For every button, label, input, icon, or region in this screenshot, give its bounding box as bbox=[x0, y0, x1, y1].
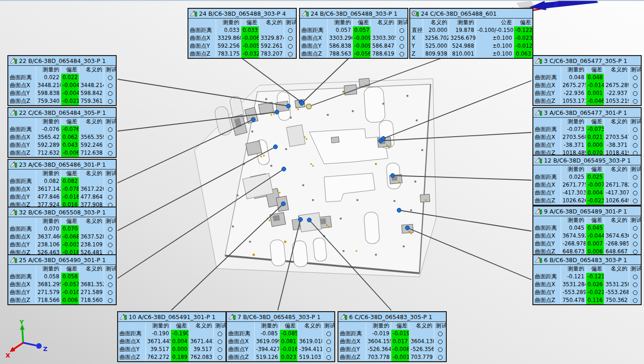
measurement-callout-t8[interactable]: 24 C/C6-38D_065488_601名义的测量的公差偏差直径20.000… bbox=[409, 8, 533, 59]
test-circle bbox=[396, 34, 407, 42]
deviation-value: 0.004 bbox=[171, 338, 189, 345]
callout-title-bar: 12 B/C6-38D_065495_303-P 1 bbox=[533, 156, 641, 165]
measured-value: -38.371 bbox=[561, 141, 586, 149]
row-label: 曲面距离 bbox=[533, 74, 561, 82]
measured-value: -268.978 bbox=[561, 240, 586, 248]
header-deviation: 偏差 bbox=[586, 165, 604, 173]
header-measured: 测量的 bbox=[366, 322, 391, 330]
circle-feature-icon bbox=[412, 10, 419, 17]
nominal-value: 783.207 bbox=[259, 50, 284, 58]
measured-point-t11[interactable] bbox=[391, 174, 395, 178]
test-circle bbox=[434, 345, 446, 353]
header-blank bbox=[533, 165, 561, 173]
measured-point-t14[interactable] bbox=[281, 202, 286, 206]
measured-value: 0.058 bbox=[36, 273, 61, 281]
measurement-callout-t9[interactable]: 3 C/C6-38D_065477_305-P 1测量的偏差名义的测试曲面距离0… bbox=[532, 55, 642, 106]
measurement-callout-t5[interactable]: 25 A/C6-38D_065490_301-P 1测量的偏差名义的测试曲面距离… bbox=[7, 254, 117, 305]
measured-point-t15[interactable] bbox=[299, 218, 303, 222]
measured-point-t13[interactable] bbox=[406, 226, 410, 230]
measurement-callout-t3[interactable]: 23 A/C6-38D_065486_301-P 1测量的偏差名义的测试曲面距离… bbox=[7, 159, 117, 210]
measured-value: 3674.592 bbox=[561, 232, 586, 240]
measurement-callout-t2[interactable]: 22 C/C6-38D_065484_305-P 1测量的偏差名义的测试曲面距离… bbox=[7, 107, 117, 158]
nominal-value: 712.638 bbox=[79, 149, 104, 157]
measurement-callout-t4[interactable]: 32 B/C6-38D_065508_303-P 1测量的偏差名义的测试曲面距离… bbox=[7, 207, 117, 257]
measured-point-t16[interactable] bbox=[307, 218, 312, 222]
callout-table: 名义的测量的公差偏差直径20.00019.878-0.100/-0.150-0.… bbox=[410, 19, 532, 58]
callout-table: 测量的偏差名义的测试曲面距离0.0220.022曲面点X3448.210-0.0… bbox=[8, 66, 116, 105]
deviation-value: -0.009 bbox=[353, 34, 371, 42]
header-nominal: 名义的 bbox=[79, 169, 104, 177]
measured-value: 598.838 bbox=[36, 89, 61, 97]
nominal-value: 519.103 bbox=[298, 353, 323, 361]
nominal-value bbox=[79, 126, 104, 133]
measured-point-t7[interactable] bbox=[300, 101, 304, 106]
test-circle bbox=[323, 338, 334, 345]
nominal-value bbox=[604, 224, 629, 232]
deviation-value: 0.057 bbox=[353, 26, 371, 34]
deviation-value: 0.189 bbox=[171, 353, 189, 361]
measured-point-t5[interactable] bbox=[282, 167, 286, 171]
deviation-value: 0.023 bbox=[280, 353, 298, 361]
callout-table: 测量的偏差名义的测试曲面距离0.0250.025曲面点X2671.775-0.0… bbox=[533, 165, 641, 205]
callout-title-bar: 10 A/C6-38D_065491_301-P 1 bbox=[118, 312, 225, 322]
header-nominal: 名义的 bbox=[604, 66, 629, 74]
deviation-value: -0.190 bbox=[171, 330, 189, 338]
header-deviation: 偏差 bbox=[353, 19, 371, 26]
measured-value: -22.936 bbox=[561, 89, 586, 97]
nominal-value: 809.938 bbox=[423, 50, 449, 58]
measured-point-t2[interactable] bbox=[275, 110, 279, 114]
measurement-callout-t16[interactable]: 6 C/C6-38D_065483_305-P 1测量的偏差名义的测试曲面距离-… bbox=[338, 311, 447, 362]
test-circle bbox=[104, 225, 116, 233]
row-label: 直径 bbox=[410, 26, 423, 34]
model-plate bbox=[194, 78, 436, 277]
measurement-callout-t7[interactable]: 24 B/C6-38D_065488_303-P 1测量的偏差名义的测试曲面距离… bbox=[299, 8, 408, 59]
measurement-callout-t6[interactable]: 24 B/C6-38D_065488_303-P 4测量的偏差名义的测试曲面距离… bbox=[188, 8, 297, 59]
callout-title: 32 B/C6-38D_065508_303-P 1 bbox=[19, 209, 106, 216]
header-measured: 测量的 bbox=[36, 265, 61, 273]
axis-x-label: X bbox=[6, 352, 10, 359]
measurement-callout-t12[interactable]: 9 A/C6-38D_065489_301-P 1测量的偏差名义的测试曲面距离0… bbox=[532, 206, 642, 257]
header-measured: 测量的 bbox=[36, 118, 61, 126]
header-blank bbox=[300, 19, 328, 26]
row-label: 曲面点Z bbox=[8, 296, 36, 304]
measurement-callout-t1[interactable]: 22 B/C6-38D_065484_303-P 1测量的偏差名义的测试曲面距离… bbox=[7, 55, 117, 106]
axis-y-label: Y bbox=[19, 319, 24, 326]
nominal-value: 762.083 bbox=[189, 353, 214, 361]
nominal-value: 3303.305 bbox=[371, 34, 396, 42]
deviation-value: -0.121 bbox=[586, 273, 604, 281]
measured-point-t4[interactable] bbox=[274, 145, 278, 149]
measured-value: 592.289 bbox=[36, 141, 61, 149]
callout-title: 7 B/C6-38D_065485_303-P 1 bbox=[238, 314, 321, 320]
header-blank bbox=[8, 169, 36, 177]
callout-title-bar: 24 C/C6-38D_065488_601 bbox=[410, 9, 532, 19]
measurement-callout-t13[interactable]: 6 B/C6-38D_065483_303-P 1测量的偏差名义的测试曲面距离-… bbox=[532, 254, 642, 305]
header-deviation: 偏差 bbox=[586, 216, 604, 224]
measured-point-t10[interactable] bbox=[379, 139, 383, 143]
test-circle bbox=[396, 50, 407, 58]
measured-point-t3[interactable] bbox=[251, 118, 256, 122]
measured-value: 750.478 bbox=[561, 296, 586, 304]
test-circle bbox=[104, 74, 116, 82]
measurement-callout-t15[interactable]: 7 B/C6-38D_065485_303-P 1测量的偏差名义的测试曲面距离-… bbox=[226, 311, 335, 362]
measured-hole-t8[interactable] bbox=[306, 104, 312, 109]
row-label: 曲面距离 bbox=[8, 126, 36, 133]
header-test: 测试 bbox=[434, 322, 446, 330]
test-circle bbox=[434, 330, 446, 338]
measurement-callout-t11[interactable]: 12 B/C6-38D_065495_303-P 1测量的偏差名义的测试曲面距离… bbox=[532, 155, 642, 206]
nominal-value: -553.268 bbox=[604, 289, 629, 296]
measurement-callout-t10[interactable]: 3 A/C6-38D_065477_301-P 1测量的偏差名义的测试曲面距离-… bbox=[532, 107, 642, 158]
row-label: 曲面点Y bbox=[227, 345, 255, 353]
test-circle bbox=[629, 189, 641, 197]
nominal-value: 3448.214 bbox=[79, 82, 104, 89]
callout-table: 测量的偏差名义的测试曲面距离0.0330.033曲面点X3329.868-0.0… bbox=[188, 19, 296, 58]
nominal-value bbox=[79, 177, 104, 185]
deviation-value: 0.006 bbox=[61, 296, 79, 304]
test-circle bbox=[104, 133, 116, 141]
callout-table: 测量的偏差名义的测试曲面距离-0.019-0.019曲面点X3604.1550.… bbox=[338, 322, 446, 361]
test-circle bbox=[104, 141, 116, 149]
measured-point-t1[interactable] bbox=[287, 104, 291, 108]
deviation-value: -0.046 bbox=[586, 97, 604, 105]
measurement-callout-t14[interactable]: 10 A/C6-38D_065491_301-P 1测量的偏差名义的测试曲面距离… bbox=[117, 311, 226, 362]
measured-point-t12[interactable] bbox=[397, 208, 401, 213]
row-label: 曲面距离 bbox=[8, 273, 36, 281]
